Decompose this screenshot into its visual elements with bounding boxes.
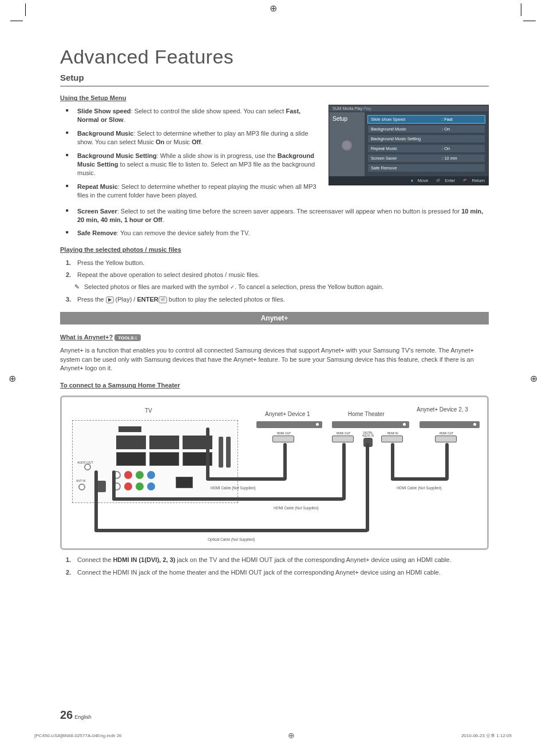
device-23 xyxy=(420,421,480,428)
tools-badge: TOOLS ♫ xyxy=(114,334,140,341)
anynet-description: Anynet+ is a function that enables you t… xyxy=(60,346,489,373)
diagram-label-tv: TV xyxy=(145,407,152,414)
port-hdmi-out: HDMI OUT xyxy=(272,432,295,442)
cable-hdmi xyxy=(391,443,394,480)
cable-label: HDMI Cable (Not Supplied) xyxy=(211,486,256,490)
port-hdmi-out: HDMI OUT xyxy=(435,432,458,442)
move-icon: ♦ xyxy=(411,178,413,183)
enter-icon: ⏎ xyxy=(436,178,440,183)
cable-label: HDMI Cable (Not Supplied) xyxy=(274,506,319,510)
cable-label: HDMI Cable (Not Supplied) xyxy=(397,486,442,490)
list-item: Slide Show speed: Select to control the … xyxy=(60,107,318,125)
osd-footer: ♦ Move ⏎ Enter ↶ Return xyxy=(329,176,488,185)
osd-settings-list: Slide show Speed: Fast Background Music:… xyxy=(365,112,488,176)
osd-sidebar: Setup xyxy=(329,112,365,176)
return-icon: ↶ xyxy=(463,178,467,183)
osd-row: Repeat Music: On xyxy=(367,144,485,153)
list-item: Screen Saver: Select to set the waiting … xyxy=(60,207,489,225)
osd-row: Background Music Setting xyxy=(367,134,485,143)
subheading-connect: To connect to a Samsung Home Theater xyxy=(60,382,180,389)
osd-sidebar-label: Setup xyxy=(333,116,361,122)
setup-menu-list-cont: Screen Saver: Select to set the waiting … xyxy=(60,207,489,238)
step: 1.Press the Yellow button. xyxy=(60,259,489,267)
subheading-playing: Playing the selected photos / music file… xyxy=(60,246,181,253)
item-title: Repeat Music xyxy=(77,183,118,190)
cable-hdmi xyxy=(283,443,287,480)
playing-steps: 1.Press the Yellow button. 2.Repeat the … xyxy=(60,259,489,280)
item-body: : Select to control the slide show speed… xyxy=(131,108,286,114)
subheading-what-is-anynet: What is Anynet+? xyxy=(60,334,113,341)
step: 2.Repeat the above operation to select d… xyxy=(60,271,489,279)
osd-row: Safe Remove xyxy=(367,164,485,172)
list-item: Repeat Music: Select to determine whethe… xyxy=(60,183,318,200)
page-title: Advanced Features xyxy=(60,46,489,68)
item-title: Background Music Setting xyxy=(77,152,157,159)
playing-steps-cont: 3. Press the ▶ (Play) / ENTER⏎ button to… xyxy=(60,295,489,304)
diagram-label-dev23: Anynet+ Device 2, 3 xyxy=(417,406,468,413)
enter-icon: ⏎ xyxy=(159,296,167,303)
cable-optical xyxy=(366,443,369,532)
step: 1. Connect the HDMI IN (1(DVI), 2, 3) ja… xyxy=(60,556,489,564)
cable-hdmi xyxy=(342,443,346,500)
page-number: 26English xyxy=(60,708,92,722)
doc-timestamp: 2010-06-23 오후 1:12:05 xyxy=(461,733,512,739)
divider xyxy=(60,86,489,86)
note: ✎ Selected photos or files are marked wi… xyxy=(60,283,489,291)
registration-mark-bottom: ⊕ xyxy=(288,731,295,740)
document-footer: [PC450-USA]BN68-02577A-04Eng.indb 26 ⊕ 2… xyxy=(34,731,512,740)
cable-hdmi xyxy=(445,443,449,480)
list-item: Safe Remove: You can remove the device s… xyxy=(60,229,489,238)
doc-filename: [PC450-USA]BN68-02577A-04Eng.indb 26 xyxy=(34,733,122,738)
osd-header: SUM Media Play Play xyxy=(329,105,488,112)
setup-osd-screenshot: SUM Media Play Play Setup Slide show Spe… xyxy=(329,105,489,185)
list-item: Background Music Setting: While a slide … xyxy=(60,152,318,178)
step: 2. Connect the HDMI IN jack of the home … xyxy=(60,568,489,577)
item-title: Slide Show speed xyxy=(77,108,131,114)
section-title: Setup xyxy=(60,73,489,82)
device-1 xyxy=(256,421,322,428)
check-icon: ✓ xyxy=(230,284,235,290)
osd-row: Background Music: On xyxy=(367,125,485,133)
connection-diagram: TV Anynet+ Device 1 Home Theater Anynet+… xyxy=(60,395,489,550)
diagram-label-ht: Home Theater xyxy=(348,411,385,417)
note-icon: ✎ xyxy=(74,283,80,291)
osd-row: Screen Saver: 10 min xyxy=(367,154,485,163)
anynet-banner: Anynet+ xyxy=(60,312,489,324)
osd-row-selected: Slide show Speed: Fast xyxy=(367,115,485,124)
item-title: Background Music xyxy=(77,130,133,137)
list-item: Background Music: Select to determine wh… xyxy=(60,129,318,147)
step: 3. Press the ▶ (Play) / ENTER⏎ button to… xyxy=(60,295,489,304)
diagram-label-dev1: Anynet+ Device 1 xyxy=(265,411,310,417)
cable-label: Optical Cable (Not Supplied) xyxy=(208,537,255,541)
home-theater xyxy=(332,421,409,428)
subheading-using-setup: Using the Setup Menu xyxy=(60,94,126,101)
loading-icon xyxy=(341,139,353,152)
setup-menu-list: Slide Show speed: Select to control the … xyxy=(60,107,318,200)
connection-steps: 1. Connect the HDMI IN (1(DVI), 2, 3) ja… xyxy=(60,556,489,577)
play-icon: ▶ xyxy=(106,296,114,303)
